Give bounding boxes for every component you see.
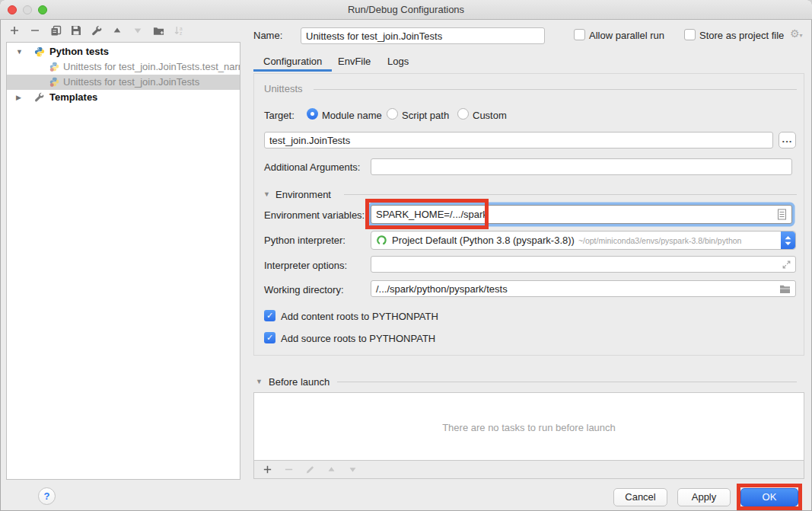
target-label: Target: bbox=[264, 110, 295, 121]
tree-item-label: Templates bbox=[49, 90, 97, 105]
working-directory-value: /.../spark/python/pyspark/tests bbox=[376, 283, 508, 295]
python-test-icon bbox=[49, 77, 59, 87]
allow-parallel-run-checkbox[interactable] bbox=[574, 29, 585, 40]
target-custom-radio[interactable] bbox=[457, 108, 469, 120]
python-interpreter-label: Python interpreter: bbox=[264, 235, 345, 246]
tree-item-label: Unittests for test_join.JoinTests.test_n… bbox=[63, 59, 240, 75]
no-tasks-message: There are no tasks to run before launch bbox=[254, 422, 804, 433]
dropdown-stepper-icon[interactable] bbox=[781, 232, 795, 249]
conda-environment-icon bbox=[376, 235, 387, 246]
folder-icon[interactable] bbox=[779, 281, 791, 296]
ok-button[interactable]: OK bbox=[740, 488, 798, 506]
before-launch-collapse-icon[interactable]: ▼ bbox=[256, 378, 263, 385]
add-task-icon[interactable] bbox=[260, 463, 274, 477]
edit-templates-icon[interactable] bbox=[90, 24, 103, 37]
module-name-field[interactable]: test_join.JoinTests bbox=[264, 132, 773, 149]
environment-collapse-icon[interactable]: ▼ bbox=[263, 190, 270, 198]
svg-text:z: z bbox=[179, 30, 181, 36]
environment-variables-label: Environment variables: bbox=[264, 209, 365, 221]
working-directory-label: Working directory: bbox=[264, 284, 344, 295]
window-title: Run/Debug Configurations bbox=[0, 0, 812, 19]
working-directory-field[interactable]: /.../spark/python/pyspark/tests bbox=[371, 280, 796, 297]
store-as-project-file-checkbox[interactable] bbox=[684, 29, 696, 40]
python-icon bbox=[34, 46, 45, 57]
target-module-name-label[interactable]: Module name bbox=[322, 110, 382, 121]
python-interpreter-dropdown[interactable]: Project Default (Python 3.8 (pyspark-3.8… bbox=[371, 231, 796, 250]
additional-arguments-field[interactable] bbox=[371, 158, 792, 175]
titlebar: Run/Debug Configurations bbox=[0, 0, 812, 20]
expand-field-icon[interactable] bbox=[782, 257, 791, 272]
add-content-roots-checkbox[interactable]: ✓ bbox=[264, 310, 275, 321]
python-interpreter-path: ~/opt/miniconda3/envs/pyspark-3.8/bin/py… bbox=[578, 236, 742, 245]
additional-arguments-label: Additional Arguments: bbox=[264, 161, 360, 173]
tab-configuration[interactable]: Configuration bbox=[263, 56, 322, 67]
active-tab-underline bbox=[253, 69, 332, 72]
tree-item-label: Python tests bbox=[49, 44, 109, 59]
collapse-icon[interactable]: ▼ bbox=[16, 44, 25, 59]
tree-item-unittests-jointests[interactable]: Unittests for test_join.JoinTests bbox=[7, 75, 240, 90]
move-task-down-icon bbox=[345, 463, 359, 477]
run-debug-configurations-dialog: Run/Debug Configurations az bbox=[0, 0, 812, 511]
name-value: Unittests for test_join.JoinTests bbox=[306, 30, 442, 42]
environment-section-label[interactable]: Environment bbox=[275, 189, 331, 200]
environment-variables-field[interactable]: SPARK_HOME=/.../spark bbox=[371, 205, 792, 224]
move-up-icon[interactable] bbox=[110, 24, 124, 37]
cancel-button[interactable]: Cancel bbox=[613, 488, 667, 506]
add-source-roots-checkbox[interactable]: ✓ bbox=[264, 332, 275, 343]
tree-item-label: Unittests for test_join.JoinTests bbox=[63, 75, 199, 90]
unittests-group-title: Unittests bbox=[264, 83, 303, 94]
python-test-icon bbox=[49, 62, 59, 72]
tree-item-templates[interactable]: ▶ Templates bbox=[7, 90, 240, 105]
environment-separator-line bbox=[344, 194, 797, 195]
tree-item-python-tests[interactable]: ▼ Python tests bbox=[7, 44, 240, 59]
target-custom-label[interactable]: Custom bbox=[473, 110, 507, 121]
tab-logs[interactable]: Logs bbox=[387, 56, 409, 67]
target-script-path-radio[interactable] bbox=[387, 108, 398, 120]
edit-task-icon bbox=[303, 463, 317, 477]
configurations-toolbar: az bbox=[8, 24, 186, 37]
before-launch-toolbar bbox=[254, 460, 804, 478]
add-source-roots-label: Add source roots to PYTHONPATH bbox=[281, 333, 435, 344]
name-label: Name: bbox=[253, 30, 282, 41]
target-script-path-label[interactable]: Script path bbox=[402, 110, 449, 121]
help-button[interactable]: ? bbox=[38, 487, 56, 505]
configurations-tree: ▼ Python tests Unittests for test_join.J… bbox=[6, 42, 240, 480]
unittests-separator-line bbox=[314, 89, 797, 90]
store-as-project-file-label: Store as project file bbox=[699, 30, 784, 41]
interpreter-options-field[interactable] bbox=[371, 256, 796, 273]
gear-icon[interactable]: ⚙▾ bbox=[790, 27, 803, 40]
before-launch-separator-line bbox=[337, 382, 797, 382]
wrench-icon bbox=[34, 92, 45, 103]
tree-item-unittests-test-narrow[interactable]: Unittests for test_join.JoinTests.test_n… bbox=[7, 59, 240, 75]
remove-task-icon bbox=[282, 463, 295, 477]
apply-button[interactable]: Apply bbox=[677, 488, 731, 506]
move-task-up-icon bbox=[324, 463, 338, 477]
allow-parallel-run-label: Allow parallel run bbox=[589, 30, 664, 41]
copy-configuration-icon[interactable] bbox=[49, 24, 62, 37]
python-interpreter-value: Project Default (Python 3.8 (pyspark-3.8… bbox=[392, 235, 575, 246]
save-configuration-icon[interactable] bbox=[69, 24, 83, 37]
add-configuration-icon[interactable] bbox=[8, 24, 21, 37]
before-launch-tasks-panel: There are no tasks to run before launch bbox=[253, 392, 804, 479]
browse-module-button[interactable]: ... bbox=[779, 132, 796, 149]
add-content-roots-label: Add content roots to PYTHONPATH bbox=[281, 311, 438, 322]
move-down-icon bbox=[131, 24, 145, 37]
remove-configuration-icon[interactable] bbox=[28, 24, 42, 37]
sort-alphabetically-icon: az bbox=[172, 24, 186, 37]
browse-env-vars-icon[interactable] bbox=[777, 206, 787, 223]
expand-icon[interactable]: ▶ bbox=[16, 90, 25, 105]
module-name-value: test_join.JoinTests bbox=[269, 135, 350, 146]
target-module-name-radio[interactable] bbox=[307, 108, 318, 120]
before-launch-label[interactable]: Before launch bbox=[269, 376, 330, 388]
environment-variables-value: SPARK_HOME=/.../spark bbox=[376, 209, 488, 220]
interpreter-options-label: Interpreter options: bbox=[264, 260, 347, 271]
tab-envfile[interactable]: EnvFile bbox=[338, 56, 371, 67]
name-field[interactable]: Unittests for test_join.JoinTests bbox=[301, 27, 545, 44]
new-folder-icon[interactable] bbox=[151, 24, 165, 37]
